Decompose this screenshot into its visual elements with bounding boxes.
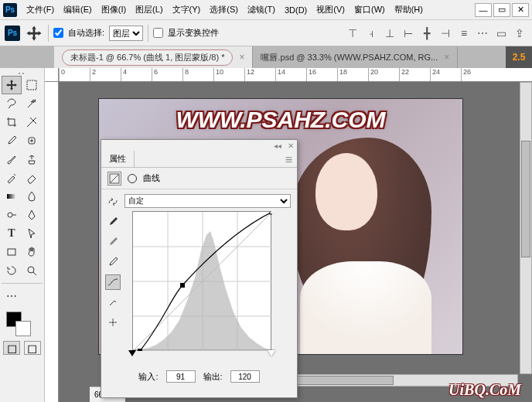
svg-rect-4: [8, 249, 15, 255]
clone-stamp-tool[interactable]: [22, 150, 42, 169]
svg-rect-2: [7, 194, 16, 199]
distribute-icon[interactable]: ≡: [456, 26, 472, 41]
menu-select[interactable]: 选择(S): [205, 2, 243, 17]
healing-brush-tool[interactable]: [22, 131, 42, 150]
rectangle-tool[interactable]: [2, 243, 22, 261]
separator: [148, 25, 148, 42]
hand-tool[interactable]: [22, 243, 42, 261]
svg-rect-16: [180, 283, 185, 288]
mask-icon[interactable]: [128, 174, 137, 183]
marquee-tool[interactable]: [22, 76, 42, 94]
auto-select-label: 自动选择:: [68, 27, 104, 39]
sample-white-eyedropper[interactable]: [105, 254, 121, 270]
auto-select-checkbox[interactable]: [53, 28, 63, 38]
align-bottom-icon[interactable]: ⊥: [382, 26, 397, 41]
background-color[interactable]: [15, 321, 31, 336]
sample-gray-eyedropper[interactable]: [105, 234, 121, 250]
panel-collapse-icon[interactable]: ◂◂: [274, 141, 281, 150]
menu-file[interactable]: 文件(F): [22, 2, 59, 17]
auto-button[interactable]: [105, 194, 121, 210]
blur-tool[interactable]: [22, 187, 42, 206]
history-brush-tool[interactable]: [2, 169, 22, 187]
document-tab-1[interactable]: 未标题-1 @ 66.7% (曲线 1, 图层蒙版/8) * ×: [54, 46, 253, 68]
pen-tool[interactable]: [22, 206, 42, 224]
color-swatches[interactable]: [2, 308, 43, 339]
close-tab-icon[interactable]: ×: [239, 52, 244, 63]
app-icon-small: Ps: [5, 26, 20, 41]
standard-mode-icon[interactable]: ◻: [3, 341, 20, 355]
menu-image[interactable]: 图像(I): [97, 2, 131, 17]
align-left-icon[interactable]: ⊢: [401, 26, 416, 41]
close-tab-icon[interactable]: ×: [444, 52, 449, 63]
sample-black-eyedropper[interactable]: [105, 214, 121, 230]
move-tool[interactable]: [2, 76, 22, 94]
align-right-icon[interactable]: ⊣: [438, 26, 453, 41]
draw-curve-icon[interactable]: [105, 295, 121, 310]
panel-menu-icon[interactable]: ≡: [281, 151, 297, 167]
auto-select-dropdown[interactable]: 图层: [109, 26, 143, 41]
toolbox-drag-handle[interactable]: [2, 70, 43, 76]
target-adjustment-icon[interactable]: [105, 315, 121, 330]
app-icon: Ps: [3, 3, 17, 17]
slice-tool[interactable]: [22, 113, 42, 131]
align-top-icon[interactable]: ⊤: [345, 26, 360, 41]
channel-dropdown[interactable]: 自定: [124, 194, 291, 208]
move-tool-indicator[interactable]: [25, 24, 43, 43]
panel-close-icon[interactable]: ✕: [288, 141, 294, 150]
ruler-origin[interactable]: [45, 68, 59, 82]
menu-filter[interactable]: 滤镜(T): [243, 2, 280, 17]
curves-graph[interactable]: [132, 211, 271, 350]
adjustment-icon: [107, 172, 121, 186]
path-selection-tool[interactable]: [22, 224, 42, 243]
input-value-field[interactable]: [166, 370, 196, 383]
window-minimize-button[interactable]: —: [475, 3, 492, 17]
right-panel-value[interactable]: 2.5: [506, 46, 532, 68]
menu-view[interactable]: 视图(V): [312, 2, 350, 17]
menu-layer[interactable]: 图层(L): [131, 2, 167, 17]
lasso-tool[interactable]: [2, 94, 22, 113]
gradient-tool[interactable]: [2, 187, 22, 206]
svg-rect-0: [27, 80, 36, 90]
adjustment-type-label: 曲线: [143, 172, 160, 184]
quick-mask-mode-icon[interactable]: ◻: [24, 341, 41, 355]
align-vcenter-icon[interactable]: ⫞: [363, 26, 379, 41]
magic-wand-tool[interactable]: [22, 94, 42, 113]
options-bar: Ps 自动选择: 图层 显示变换控件 ⊤ ⫞ ⊥ ⊢ ╋ ⊣ ≡ ⋯ ▭ ⇪: [0, 20, 532, 46]
edit-points-icon[interactable]: [105, 274, 121, 290]
black-point-slider[interactable]: [128, 350, 136, 356]
document-tab-2[interactable]: 嘴唇.psd @ 33.3% (WWW.PSAHZ.COM, RG... ×: [253, 46, 458, 68]
more-icon[interactable]: ⋯: [475, 26, 490, 41]
brush-tool[interactable]: [2, 150, 22, 169]
input-sliders[interactable]: [132, 350, 271, 359]
output-value-field[interactable]: [230, 370, 260, 383]
toolbox: T ⋯ ◻ ◻: [0, 68, 45, 402]
menu-3d[interactable]: 3D(D): [280, 4, 312, 16]
3d-mode-icon[interactable]: ▭: [493, 26, 509, 41]
edit-toolbar-icon[interactable]: ⋯: [2, 287, 22, 305]
share-icon[interactable]: ⇪: [512, 26, 527, 41]
zoom-tool[interactable]: [22, 261, 42, 280]
white-point-slider[interactable]: [268, 350, 275, 356]
horizontal-ruler[interactable]: 0 2 4 6 8 10 12 14 16 18 20 22 24 26: [59, 68, 532, 82]
svg-point-7: [112, 322, 114, 324]
menu-window[interactable]: 窗口(W): [350, 2, 390, 17]
type-tool[interactable]: T: [2, 224, 22, 243]
eraser-tool[interactable]: [22, 169, 42, 187]
menu-bar: Ps 文件(F) 编辑(E) 图像(I) 图层(L) 文字(Y) 选择(S) 滤…: [0, 0, 532, 20]
properties-tab[interactable]: 属性: [101, 151, 135, 167]
rotate-view-tool[interactable]: [2, 261, 22, 280]
window-close-button[interactable]: ✕: [512, 3, 529, 17]
tab-label: 未标题-1 @ 66.7% (曲线 1, 图层蒙版/8) *: [70, 53, 224, 62]
menu-type[interactable]: 文字(Y): [168, 2, 206, 17]
svg-rect-17: [270, 212, 272, 214]
window-maximize-button[interactable]: ▭: [493, 3, 510, 17]
eyedropper-tool[interactable]: [2, 131, 22, 150]
vertical-scrollbar[interactable]: [520, 82, 532, 374]
menu-edit[interactable]: 编辑(E): [59, 2, 97, 17]
menu-help[interactable]: 帮助(H): [390, 2, 428, 17]
show-transform-checkbox[interactable]: [153, 28, 163, 38]
vertical-ruler[interactable]: [45, 82, 59, 402]
dodge-tool[interactable]: [2, 206, 22, 224]
align-hcenter-icon[interactable]: ╋: [419, 26, 435, 41]
crop-tool[interactable]: [2, 113, 22, 131]
